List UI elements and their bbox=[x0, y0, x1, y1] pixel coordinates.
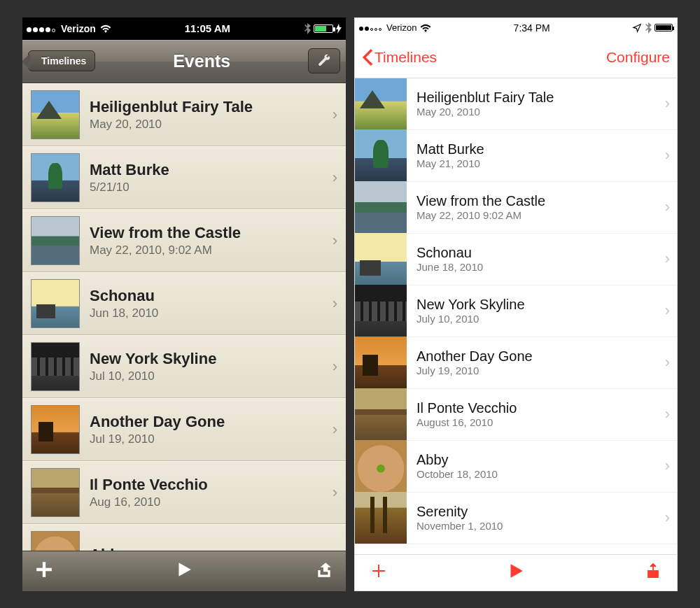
clock-label: 11:05 AM bbox=[111, 22, 304, 34]
event-list[interactable]: Heiligenblut Fairy TaleMay 20, 2010›Matt… bbox=[22, 83, 346, 551]
add-button[interactable] bbox=[370, 563, 387, 582]
event-texts: AbbyOctober 18, 2010 bbox=[407, 452, 665, 480]
share-button[interactable] bbox=[645, 563, 662, 582]
event-title: View from the Castle bbox=[416, 193, 665, 209]
event-title: Serenity bbox=[416, 504, 665, 520]
event-texts: SerenityNovember 1, 2010 bbox=[407, 504, 665, 532]
chevron-right-icon: › bbox=[332, 483, 337, 502]
list-item[interactable]: SchonauJun 18, 2010› bbox=[22, 272, 346, 335]
play-button[interactable] bbox=[175, 560, 193, 581]
wifi-icon bbox=[420, 24, 431, 32]
bluetooth-icon bbox=[645, 22, 652, 34]
plus-icon bbox=[35, 560, 53, 579]
event-texts: Il Ponte VecchioAug 16, 2010 bbox=[90, 476, 328, 509]
location-icon bbox=[632, 23, 642, 33]
toolbar bbox=[22, 551, 346, 591]
event-subtitle: July 19, 2010 bbox=[416, 365, 665, 376]
charging-icon bbox=[336, 24, 342, 34]
event-title: Il Ponte Vecchio bbox=[416, 400, 665, 416]
event-thumbnail bbox=[31, 90, 80, 139]
event-title: Schonau bbox=[416, 245, 665, 261]
navbar: Timelines Configure bbox=[355, 38, 677, 78]
list-item[interactable]: Il Ponte VecchioAugust 16, 2010› bbox=[355, 389, 677, 441]
event-list[interactable]: Heiligenblut Fairy TaleMay 20, 2010›Matt… bbox=[355, 78, 677, 554]
list-item[interactable]: New York SkylineJuly 10, 2010› bbox=[355, 285, 677, 337]
event-subtitle: May 20, 2010 bbox=[90, 118, 328, 132]
event-thumbnail bbox=[355, 337, 407, 388]
event-title: Matt Burke bbox=[416, 141, 665, 157]
list-item[interactable]: Il Ponte VecchioAug 16, 2010› bbox=[22, 461, 346, 524]
list-item[interactable]: AbbyOctober 18, 2010› bbox=[355, 441, 677, 493]
event-texts: Another Day GoneJul 19, 2010 bbox=[90, 413, 328, 446]
list-item[interactable]: Abby› bbox=[22, 524, 346, 551]
event-subtitle: May 22, 2010 9:02 AM bbox=[416, 209, 665, 221]
event-texts: Abby bbox=[90, 546, 328, 551]
carrier-label: Verizon bbox=[61, 23, 96, 34]
list-item[interactable]: View from the CastleMay 22, 2010, 9:02 A… bbox=[22, 209, 346, 272]
event-subtitle: 5/21/10 bbox=[90, 181, 328, 195]
page-title: Events bbox=[173, 51, 230, 71]
event-texts: Matt BurkeMay 21, 2010 bbox=[407, 141, 665, 169]
back-label: Timelines bbox=[374, 49, 437, 66]
chevron-right-icon: › bbox=[665, 509, 670, 527]
list-item[interactable]: Another Day GoneJuly 19, 2010› bbox=[355, 337, 677, 389]
event-subtitle: November 1, 2010 bbox=[416, 520, 665, 532]
list-item[interactable]: Heiligenblut Fairy TaleMay 20, 2010› bbox=[355, 78, 677, 130]
list-item[interactable]: Matt Burke5/21/10› bbox=[22, 146, 346, 209]
list-item[interactable]: SerenityNovember 1, 2010› bbox=[355, 493, 677, 544]
event-title: New York Skyline bbox=[416, 297, 665, 313]
chevron-right-icon: › bbox=[665, 457, 670, 475]
battery-icon bbox=[314, 24, 333, 33]
back-button[interactable]: Timelines bbox=[362, 49, 437, 66]
event-thumbnail bbox=[355, 78, 407, 130]
list-item[interactable]: View from the CastleMay 22, 2010 9:02 AM… bbox=[355, 182, 677, 234]
event-texts: View from the CastleMay 22, 2010 9:02 AM bbox=[407, 193, 665, 221]
share-icon bbox=[315, 560, 333, 579]
settings-button[interactable] bbox=[308, 48, 340, 73]
event-texts: SchonauJun 18, 2010 bbox=[90, 287, 328, 320]
event-texts: Il Ponte VecchioAugust 16, 2010 bbox=[407, 400, 665, 428]
event-title: Another Day Gone bbox=[90, 413, 328, 431]
event-subtitle: Aug 16, 2010 bbox=[90, 495, 328, 509]
event-subtitle: October 18, 2010 bbox=[416, 468, 665, 480]
event-subtitle: May 22, 2010, 9:02 AM bbox=[90, 243, 328, 257]
event-thumbnail bbox=[31, 405, 80, 454]
event-thumbnail bbox=[31, 279, 80, 328]
event-thumbnail bbox=[355, 388, 407, 440]
event-subtitle: June 18, 2010 bbox=[416, 261, 665, 273]
back-button[interactable]: Timelines bbox=[28, 50, 95, 71]
signal-dots-icon bbox=[27, 23, 57, 34]
event-thumbnail bbox=[355, 285, 407, 337]
configure-button[interactable]: Configure bbox=[606, 49, 670, 66]
play-icon bbox=[507, 563, 524, 579]
event-texts: Heiligenblut Fairy TaleMay 20, 2010 bbox=[90, 98, 328, 132]
list-item[interactable]: SchonauJune 18, 2010› bbox=[355, 234, 677, 285]
event-subtitle: August 16, 2010 bbox=[416, 416, 665, 428]
chevron-right-icon: › bbox=[665, 353, 670, 372]
phone-ios7: Verizon 7:34 PM Timelines Configure Heil… bbox=[354, 17, 678, 591]
play-button[interactable] bbox=[507, 563, 524, 582]
event-subtitle: May 20, 2010 bbox=[416, 106, 665, 118]
event-texts: Matt Burke5/21/10 bbox=[90, 161, 328, 195]
event-thumbnail bbox=[31, 342, 80, 391]
list-item[interactable]: Matt BurkeMay 21, 2010› bbox=[355, 130, 677, 182]
event-title: Heiligenblut Fairy Tale bbox=[416, 90, 665, 106]
list-item[interactable]: New York SkylineJul 10, 2010› bbox=[22, 335, 346, 398]
event-subtitle: July 10, 2010 bbox=[416, 313, 665, 325]
event-title: Heiligenblut Fairy Tale bbox=[90, 98, 328, 116]
chevron-right-icon: › bbox=[665, 198, 670, 216]
play-icon bbox=[175, 560, 193, 579]
phone-ios6: Verizon 11:05 AM Timelines Events Heilig… bbox=[22, 17, 346, 591]
list-item[interactable]: Another Day GoneJul 19, 2010› bbox=[22, 398, 346, 461]
event-texts: New York SkylineJul 10, 2010 bbox=[90, 350, 328, 383]
event-title: Abby bbox=[416, 452, 665, 468]
chevron-right-icon: › bbox=[665, 405, 670, 423]
share-button[interactable] bbox=[315, 560, 333, 581]
add-button[interactable] bbox=[35, 560, 53, 581]
list-item[interactable]: Heiligenblut Fairy TaleMay 20, 2010› bbox=[22, 83, 346, 146]
chevron-right-icon: › bbox=[332, 358, 337, 376]
event-thumbnail bbox=[355, 181, 407, 233]
event-subtitle: Jun 18, 2010 bbox=[90, 306, 328, 320]
event-thumbnail bbox=[355, 492, 407, 544]
carrier-label: Verizon bbox=[386, 22, 416, 33]
